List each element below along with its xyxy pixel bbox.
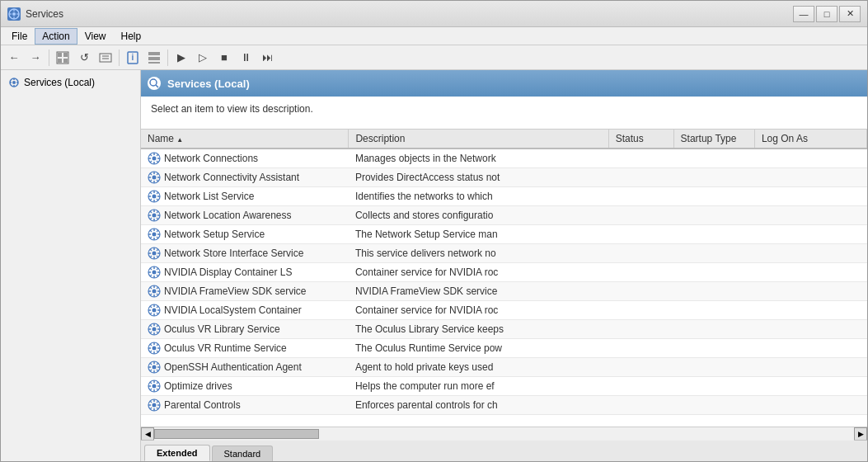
- svg-line-166: [150, 408, 152, 409]
- service-status: [608, 187, 673, 206]
- main-window: Services — □ ✕ File Action View Help ← →…: [0, 0, 868, 462]
- svg-line-56: [150, 199, 152, 200]
- svg-point-28: [152, 157, 157, 161]
- table-row[interactable]: Network ConnectionsManages objects in th…: [141, 148, 867, 168]
- h-scroll-track[interactable]: [154, 427, 854, 441]
- table-row[interactable]: Network Store Interface ServiceThis serv…: [141, 244, 867, 263]
- col-header-startup[interactable]: Startup Type: [673, 130, 754, 148]
- menu-file[interactable]: File: [4, 28, 35, 45]
- service-status: [608, 301, 673, 320]
- svg-rect-9: [58, 59, 62, 63]
- h-scroll-right[interactable]: ▶: [854, 427, 867, 441]
- restart-service-button[interactable]: ⏭: [257, 48, 277, 68]
- menu-help[interactable]: Help: [114, 28, 149, 45]
- pause-service-button[interactable]: ⏸: [236, 48, 256, 68]
- service-description: Identifies the networks to which: [349, 187, 608, 206]
- svg-line-35: [157, 154, 158, 156]
- svg-line-83: [150, 249, 152, 251]
- service-logon-as: [754, 225, 866, 244]
- service-description: The Network Setup Service man: [349, 225, 608, 244]
- service-status: [608, 339, 673, 358]
- service-icon: [148, 304, 161, 317]
- svg-line-164: [157, 408, 158, 409]
- table-row[interactable]: Oculus VR Library ServiceThe Oculus Libr…: [141, 320, 867, 339]
- service-logon-as: [754, 320, 866, 339]
- menu-view[interactable]: View: [77, 28, 114, 45]
- svg-line-54: [157, 199, 158, 200]
- svg-line-63: [150, 211, 152, 213]
- service-icon: [148, 285, 161, 298]
- service-description: The Oculus Library Service keeps: [349, 320, 608, 339]
- h-scroll-thumb[interactable]: [154, 429, 319, 439]
- svg-line-144: [157, 370, 158, 371]
- table-row[interactable]: Oculus VR Runtime ServiceThe Oculus Runt…: [141, 339, 867, 358]
- service-name: OpenSSH Authentication Agent: [164, 361, 302, 373]
- table-row[interactable]: Network List ServiceIdentifies the netwo…: [141, 187, 867, 206]
- service-startup-type: [673, 244, 754, 263]
- table-row[interactable]: Parental ControlsEnforces parental contr…: [141, 396, 867, 415]
- col-header-status[interactable]: Status: [608, 130, 673, 148]
- svg-line-55: [157, 192, 158, 194]
- table-row[interactable]: Network Connectivity AssistantProvides D…: [141, 168, 867, 187]
- col-header-description[interactable]: Description: [349, 130, 608, 148]
- close-button[interactable]: ✕: [839, 6, 861, 22]
- services-header-bar: Services (Local): [141, 70, 867, 97]
- service-name: Network Connectivity Assistant: [164, 172, 299, 183]
- stop-service-button[interactable]: ■: [214, 48, 234, 68]
- help-properties-button[interactable]: i: [123, 48, 143, 68]
- service-name: NVIDIA LocalSystem Container: [164, 304, 302, 316]
- window-title: Services: [26, 8, 793, 20]
- svg-line-105: [157, 287, 158, 289]
- up-button[interactable]: [53, 48, 73, 68]
- tab-extended[interactable]: Extended: [144, 445, 210, 461]
- maximize-button[interactable]: □: [816, 6, 838, 22]
- service-startup-type: [673, 339, 754, 358]
- table-row[interactable]: Network Setup ServiceThe Network Setup S…: [141, 225, 867, 244]
- svg-point-138: [152, 365, 157, 370]
- export-button[interactable]: [96, 48, 115, 68]
- resume-service-button[interactable]: ▷: [193, 48, 213, 68]
- service-icon: [148, 342, 161, 355]
- minimize-button[interactable]: —: [793, 6, 814, 22]
- service-icon: [148, 228, 161, 241]
- svg-line-46: [150, 180, 152, 182]
- service-startup-type: [673, 148, 754, 168]
- col-header-name[interactable]: Name ▲: [141, 130, 349, 148]
- svg-point-48: [152, 195, 157, 199]
- services-local-item[interactable]: Services (Local): [4, 73, 137, 92]
- service-name: Network Connections: [164, 153, 258, 164]
- tab-standard[interactable]: Standard: [212, 446, 274, 461]
- service-icon: [148, 380, 161, 393]
- table-row[interactable]: Optimize drivesHelps the computer run mo…: [141, 377, 867, 396]
- service-logon-as: [754, 206, 866, 225]
- svg-line-65: [157, 211, 158, 213]
- start-service-button[interactable]: ▶: [171, 48, 191, 68]
- forward-button[interactable]: →: [26, 48, 45, 68]
- svg-line-113: [150, 306, 152, 308]
- table-row[interactable]: NVIDIA LocalSystem ContainerContainer se…: [141, 301, 867, 320]
- svg-line-94: [157, 275, 158, 276]
- service-status: [608, 148, 673, 168]
- table-row[interactable]: NVIDIA FrameView SDK serviceNVIDIA Frame…: [141, 282, 867, 301]
- svg-line-74: [157, 237, 158, 238]
- svg-rect-10: [63, 59, 68, 63]
- refresh-button[interactable]: ↺: [74, 48, 94, 68]
- service-status: [608, 358, 673, 377]
- table-row[interactable]: Network Location AwarenessCollects and s…: [141, 206, 867, 225]
- service-description: Enforces parental controls for ch: [349, 396, 608, 415]
- svg-point-108: [152, 309, 157, 313]
- view-options-button[interactable]: [144, 48, 164, 68]
- menu-action[interactable]: Action: [35, 28, 77, 45]
- col-header-logon[interactable]: Log On As: [754, 130, 866, 148]
- table-row[interactable]: NVIDIA Display Container LSContainer ser…: [141, 263, 867, 282]
- services-table-container[interactable]: Name ▲ Description Status Startup Type L…: [141, 130, 867, 427]
- back-button[interactable]: ←: [4, 48, 24, 68]
- service-description: This service delivers network no: [349, 244, 608, 263]
- h-scroll-left[interactable]: ◀: [141, 427, 154, 441]
- table-row[interactable]: OpenSSH Authentication AgentAgent to hol…: [141, 358, 867, 377]
- svg-line-115: [157, 306, 158, 308]
- service-status: [608, 282, 673, 301]
- horizontal-scrollbar[interactable]: ◀ ▶: [141, 427, 867, 440]
- service-logon-as: [754, 244, 866, 263]
- svg-point-25: [150, 79, 157, 86]
